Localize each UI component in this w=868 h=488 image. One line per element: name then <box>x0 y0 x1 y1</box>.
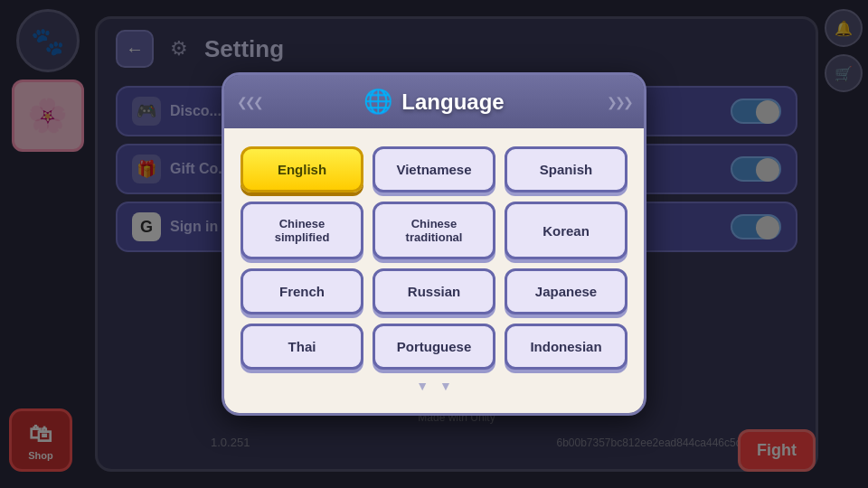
lang-vietnamese[interactable]: Vietnamese <box>373 146 495 192</box>
language-grid: English Vietnamese Spanish Chinese simpl… <box>241 146 627 370</box>
language-modal-title: Language <box>401 89 504 115</box>
lang-french[interactable]: French <box>241 268 363 314</box>
lang-spanish[interactable]: Spanish <box>505 146 627 192</box>
scroll-hint: ▼ ▼ <box>241 379 627 393</box>
lang-english[interactable]: English <box>241 146 363 192</box>
globe-icon: 🌐 <box>363 88 392 116</box>
language-grid-wrapper: English Vietnamese Spanish Chinese simpl… <box>224 128 644 413</box>
lang-russian[interactable]: Russian <box>373 268 495 314</box>
language-modal: 🌐 Language English Vietnamese Spanish Ch… <box>222 72 646 416</box>
scroll-arrow-left: ▼ <box>416 379 429 393</box>
lang-korean[interactable]: Korean <box>505 202 627 259</box>
lang-japanese[interactable]: Japanese <box>505 268 627 314</box>
lang-chinese-traditional[interactable]: Chinese traditional <box>373 202 495 259</box>
lang-indonesian[interactable]: Indonesian <box>505 324 627 370</box>
lang-portuguese[interactable]: Portuguese <box>373 324 495 370</box>
scroll-arrow-right: ▼ <box>439 379 452 393</box>
language-modal-header: 🌐 Language <box>224 75 644 128</box>
lang-chinese-simplified[interactable]: Chinese simplified <box>241 202 363 259</box>
lang-thai[interactable]: Thai <box>241 324 363 370</box>
modal-overlay: 🌐 Language English Vietnamese Spanish Ch… <box>0 0 868 488</box>
